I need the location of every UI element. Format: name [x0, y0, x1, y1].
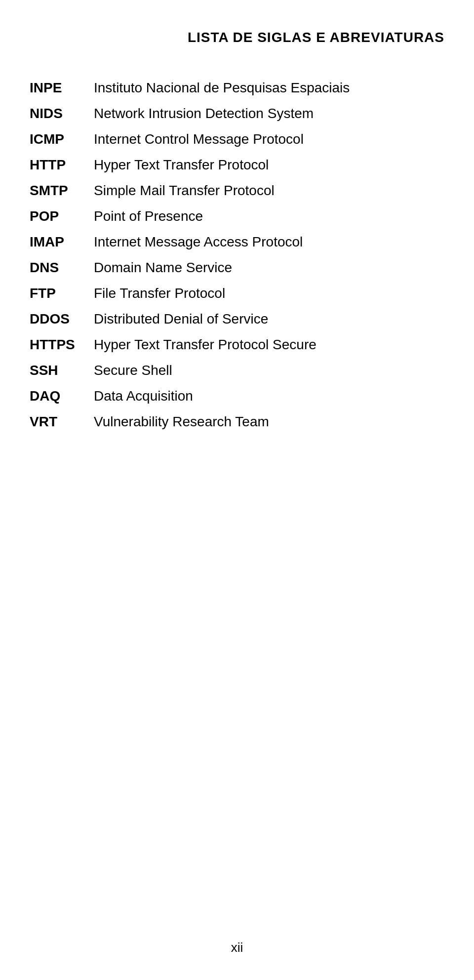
acronym-definition: Internet Control Message Protocol	[94, 126, 444, 152]
table-row: NIDSNetwork Intrusion Detection System	[30, 101, 444, 126]
acronym-abbr: DAQ	[30, 383, 94, 409]
acronym-table: INPEInstituto Nacional de Pesquisas Espa…	[30, 75, 444, 435]
acronym-definition: Point of Presence	[94, 204, 444, 229]
acronym-abbr: INPE	[30, 75, 94, 101]
table-row: INPEInstituto Nacional de Pesquisas Espa…	[30, 75, 444, 101]
acronym-abbr: SSH	[30, 358, 94, 383]
acronym-abbr: SMTP	[30, 178, 94, 204]
acronym-definition: Internet Message Access Protocol	[94, 229, 444, 255]
acronym-definition: Vulnerability Research Team	[94, 409, 444, 435]
acronym-definition: Network Intrusion Detection System	[94, 101, 444, 126]
table-row: DNSDomain Name Service	[30, 255, 444, 281]
acronym-definition: Data Acquisition	[94, 383, 444, 409]
table-row: IMAPInternet Message Access Protocol	[30, 229, 444, 255]
acronym-abbr: IMAP	[30, 229, 94, 255]
acronym-definition: Domain Name Service	[94, 255, 444, 281]
table-row: POPPoint of Presence	[30, 204, 444, 229]
table-row: VRTVulnerability Research Team	[30, 409, 444, 435]
page-number: xii	[0, 940, 474, 955]
acronym-definition: File Transfer Protocol	[94, 281, 444, 306]
acronym-definition: Secure Shell	[94, 358, 444, 383]
table-row: FTPFile Transfer Protocol	[30, 281, 444, 306]
acronym-definition: Instituto Nacional de Pesquisas Espaciai…	[94, 75, 444, 101]
page-title: LISTA DE SIGLAS E ABREVIATURAS	[30, 30, 444, 45]
acronym-abbr: VRT	[30, 409, 94, 435]
acronym-abbr: POP	[30, 204, 94, 229]
acronym-definition: Simple Mail Transfer Protocol	[94, 178, 444, 204]
acronym-definition: Hyper Text Transfer Protocol	[94, 152, 444, 178]
acronym-definition: Hyper Text Transfer Protocol Secure	[94, 332, 444, 358]
table-row: SSHSecure Shell	[30, 358, 444, 383]
table-row: HTTPHyper Text Transfer Protocol	[30, 152, 444, 178]
acronym-abbr: ICMP	[30, 126, 94, 152]
acronym-abbr: HTTP	[30, 152, 94, 178]
acronym-abbr: HTTPS	[30, 332, 94, 358]
acronym-abbr: DDOS	[30, 306, 94, 332]
acronym-definition: Distributed Denial of Service	[94, 306, 444, 332]
page: LISTA DE SIGLAS E ABREVIATURAS INPEInsti…	[0, 0, 474, 980]
table-row: HTTPSHyper Text Transfer Protocol Secure	[30, 332, 444, 358]
table-row: SMTPSimple Mail Transfer Protocol	[30, 178, 444, 204]
table-row: DAQData Acquisition	[30, 383, 444, 409]
table-row: DDOSDistributed Denial of Service	[30, 306, 444, 332]
acronym-abbr: NIDS	[30, 101, 94, 126]
table-row: ICMPInternet Control Message Protocol	[30, 126, 444, 152]
acronym-abbr: DNS	[30, 255, 94, 281]
acronym-abbr: FTP	[30, 281, 94, 306]
